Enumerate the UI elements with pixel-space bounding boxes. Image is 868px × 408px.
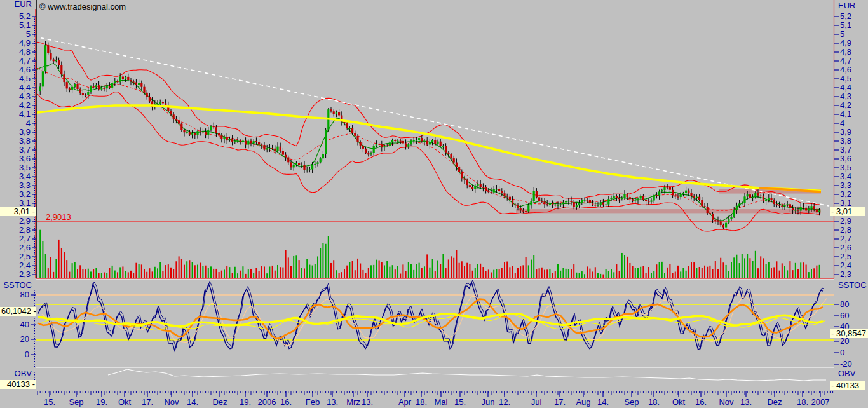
sstoc-tick-label-right: 20 <box>840 337 849 346</box>
price-tick-label-right: 3,6 <box>840 154 851 163</box>
price-tick-label-left: 2,3 <box>0 270 31 279</box>
price-tick-label-left: 2,5 <box>0 252 31 261</box>
sstoc-tick-label-left: 40 <box>0 320 29 329</box>
obv-panel-title-right: OBV <box>838 369 855 378</box>
bollinger-middle-band <box>37 68 820 210</box>
x-axis-date-label: Jul <box>526 398 546 407</box>
price-tick-label-right: 2,4 <box>840 261 851 270</box>
price-tick-label-right: 2,5 <box>840 252 851 261</box>
horizontal-line-value-label: 2,9013 <box>46 213 71 222</box>
price-tick-label-right: 4,3 <box>840 92 851 101</box>
price-tick-label-left: 4,7 <box>0 57 31 65</box>
sstoc-fast-line-2 <box>39 280 824 348</box>
x-axis-date-label: 13. <box>322 398 342 407</box>
x-axis-date-label: 13. <box>736 398 756 407</box>
x-axis-date-label: Dez <box>210 398 230 407</box>
price-tick-label-right: 4,2 <box>840 101 851 110</box>
x-axis-date-label: Aug <box>573 398 593 407</box>
price-tick-label-left: 4,9 <box>0 39 31 48</box>
sstoc-tick-label-right: 80 <box>840 300 849 309</box>
price-tick-label-left: 2,6 <box>0 243 31 252</box>
x-axis-date-label: 2006 <box>257 398 277 407</box>
sstoc-tick-label-left: 0 <box>0 350 29 359</box>
price-tick-label-left: 3,5 <box>0 163 31 172</box>
left-axis-currency-label: EUR <box>0 0 32 9</box>
sstoc-panel-title-right: SSTOC <box>838 281 867 290</box>
x-axis-date-label: Nov <box>161 398 182 407</box>
price-tick-label-right: 4,1 <box>840 110 851 119</box>
x-axis-date-label: 14. <box>593 398 613 407</box>
bollinger-upper-band <box>37 42 820 204</box>
sstoc-panel-title-left: SSTOC <box>0 281 32 290</box>
price-tick-label-left: 3,7 <box>0 146 31 154</box>
price-tick-label-left: 3,4 <box>0 172 31 181</box>
price-tick-label-left: 3,8 <box>0 137 31 146</box>
price-tick-label-right: 2,8 <box>840 226 851 235</box>
price-tick-label-left: 3,2 <box>0 190 31 199</box>
price-tick-label-left: 5,2 <box>0 12 31 21</box>
price-tick-label-left: 3,9 <box>0 128 31 137</box>
x-axis-date-label: Dez <box>764 398 785 407</box>
price-tick-label-left: 5,1 <box>0 21 31 30</box>
price-tick-label-left: 4,4 <box>0 83 31 92</box>
price-tick-label-right: 5,1 <box>840 21 851 30</box>
obv-value-label-right: - 40133 <box>830 381 865 390</box>
right-axis-currency-label: EUR <box>838 1 855 10</box>
price-tick-label-left: 3,6 <box>0 154 31 163</box>
x-axis-date-label: 18. <box>411 398 431 407</box>
price-tick-label-left: 3,1 <box>0 199 31 208</box>
x-axis-date-label: Nov <box>716 398 736 407</box>
price-tick-label-right: 3,7 <box>840 146 851 154</box>
x-axis-date-label: Okt <box>668 398 689 407</box>
price-tick-label-left: 4,6 <box>0 65 31 74</box>
x-axis-date-label: 16. <box>691 398 711 407</box>
price-tick-label-right: 3,2 <box>840 190 851 199</box>
x-axis-date-label: 17. <box>550 398 570 407</box>
x-axis-date-label: 17. <box>137 398 158 407</box>
obv-panel-title-left: OBV <box>0 369 32 378</box>
price-tick-label-right: 4,7 <box>840 57 851 65</box>
price-tick-label-right: 4,5 <box>840 74 851 83</box>
price-tick-label-right: 3,8 <box>840 137 851 146</box>
price-tick-label-left: 2,7 <box>0 235 31 243</box>
sstoc-tick-label-right: 60 <box>840 311 849 320</box>
x-axis-date-label: 15. <box>39 398 60 407</box>
price-tick-label-right: 2,7 <box>840 235 851 243</box>
price-tick-label-right: 3,3 <box>840 181 851 190</box>
price-tick-label-left: 5 <box>0 30 31 39</box>
price-tick-label-right: 3,1 <box>840 199 851 208</box>
price-tick-label-right: 4,6 <box>840 65 851 74</box>
price-tick-label-right: 5 <box>840 30 844 39</box>
obv-line <box>108 369 826 381</box>
tradesignal-chart-window: EUR © www.tradesignal.com EUR 3,01 - - 3… <box>0 0 868 408</box>
x-axis-date-label: 19. <box>235 398 255 407</box>
price-tick-label-right: 2,6 <box>840 243 851 252</box>
x-axis-date-label: Mai <box>431 398 451 407</box>
x-axis-date-label: 2007 <box>810 398 831 407</box>
price-tick-label-right: 3,9 <box>840 128 851 137</box>
x-axis-date-label: 14. <box>182 398 203 407</box>
yellow-moving-average <box>36 105 821 191</box>
x-axis-date-label: 15. <box>450 398 470 407</box>
price-tick-label-left: 4,2 <box>0 101 31 110</box>
last-price-label-right: - 3,01 <box>830 207 865 216</box>
price-tick-label-right: 4,8 <box>840 48 851 57</box>
copyright-text: © www.tradesignal.com <box>39 3 126 11</box>
sstoc-tick-label-left: 80 <box>0 290 29 299</box>
price-tick-label-left: 2,9 <box>0 217 31 226</box>
price-tick-label-right: 3,4 <box>840 172 851 181</box>
x-axis-date-label: 19. <box>92 398 112 407</box>
price-tick-label-right: 4 <box>840 119 844 128</box>
x-axis-date-label: 13. <box>357 398 377 407</box>
price-tick-label-right: 2,9 <box>840 217 851 226</box>
price-tick-label-right: 4,9 <box>840 39 851 48</box>
x-axis-date-label: 18. <box>644 398 664 407</box>
price-tick-label-left: 4,1 <box>0 110 31 119</box>
price-tick-label-left: 4 <box>0 119 31 128</box>
chart-canvas[interactable] <box>0 0 868 408</box>
x-axis-date-label: Sep <box>621 398 642 407</box>
sstoc-tick-label-left: 20 <box>0 335 29 344</box>
sstoc-tick-label-right: 40 <box>840 322 849 331</box>
price-tick-label-left: 2,8 <box>0 226 31 235</box>
price-tick-label-left: 4,5 <box>0 74 31 83</box>
